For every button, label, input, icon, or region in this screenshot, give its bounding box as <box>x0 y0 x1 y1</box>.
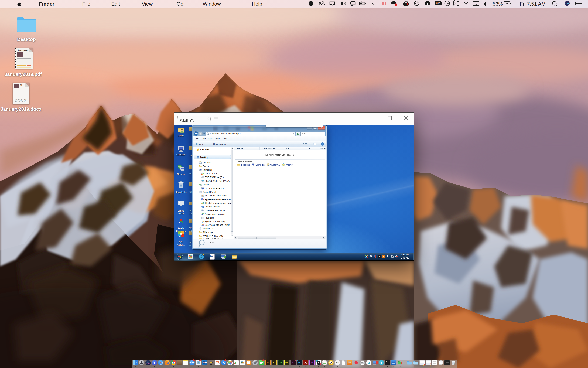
svg-text:?: ? <box>322 143 323 145</box>
svg-text:WD: WD <box>436 2 440 5</box>
